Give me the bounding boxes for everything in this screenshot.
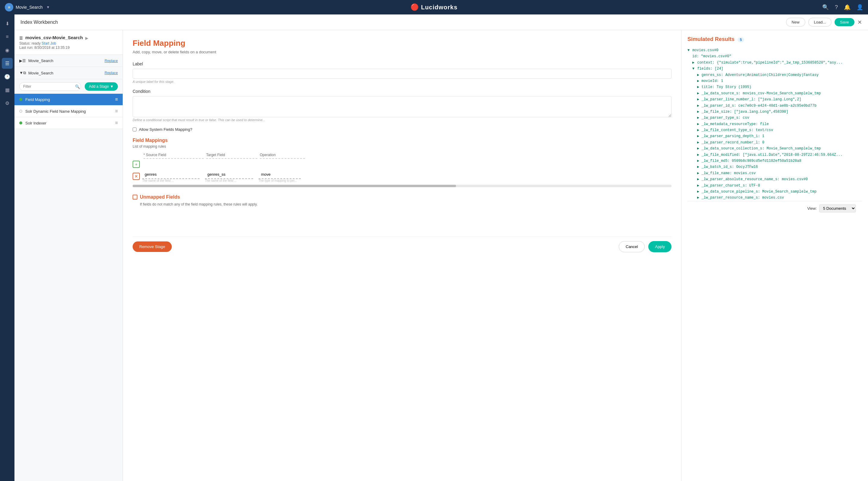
stage-menu-2[interactable]: ≡ — [115, 108, 118, 114]
stage-item-field-mapping[interactable]: Field Mapping ≡ — [14, 94, 123, 105]
remove-stage-button[interactable]: Remove Stage — [133, 242, 172, 252]
unmapped-title: Unmapped Fields — [140, 194, 180, 200]
app-title-section: ≡ Movie_Search ▼ — [5, 3, 50, 11]
close-button[interactable]: ✕ — [858, 19, 862, 26]
target-field-input[interactable] — [205, 170, 253, 179]
mapping-scrollbar[interactable] — [133, 185, 672, 187]
tree-row: ▶ _lw_file_content_type_s: text/csv — [697, 127, 862, 133]
tree-context-toggle[interactable]: ▶ — [692, 61, 694, 65]
tree-context-val: {"simulate":true,"pipelineId":"_lw_tmp_1… — [717, 61, 843, 65]
help-icon[interactable]: ? — [835, 4, 838, 10]
tree-toggle[interactable]: ▶ — [697, 159, 701, 163]
condition-textarea[interactable] — [133, 96, 672, 117]
operation-field-wrap: The type of mapping to per... — [258, 170, 304, 182]
middle-panel: Field Mapping Add, copy, move, or delete… — [123, 30, 681, 481]
tree-toggle[interactable]: ▶ — [697, 147, 701, 151]
tree-toggle[interactable]: ▶ — [697, 128, 701, 132]
tree-toggle[interactable]: ▶ — [697, 85, 701, 89]
pipeline-section-header-1: ▶☰ Movie_Search Replace — [19, 59, 118, 63]
replace-link-1[interactable]: Replace — [104, 59, 118, 63]
stage-menu-1[interactable]: ≡ — [115, 97, 118, 102]
tree-toggle[interactable]: ▶ — [697, 171, 701, 175]
tree-toggle[interactable]: ▶ — [697, 104, 701, 108]
search-icon[interactable]: 🔍 — [822, 4, 829, 10]
pipeline-section-name-2: Movie_Search — [28, 71, 53, 75]
target-field-header: Target Field — [206, 153, 257, 159]
sidebar-index[interactable]: ☰ — [2, 58, 13, 69]
tree-toggle[interactable]: ▶ — [697, 165, 701, 169]
unmapped-checkbox[interactable] — [133, 195, 137, 199]
tree-toggle[interactable]: ▶ — [697, 91, 701, 96]
stage-item-solr-dynamic[interactable]: Solr Dynamic Field Name Mapping ≡ — [14, 105, 123, 117]
operation-header: Operation — [260, 153, 305, 159]
tree-toggle[interactable]: ▶ — [697, 134, 701, 138]
sidebar-icons: ⬇ ≡ ◉ ☰ 🕐 ▦ ⚙ — [0, 14, 14, 481]
tree-toggle[interactable]: ▶ — [697, 153, 701, 157]
tree-toggle[interactable]: ▶ — [697, 140, 701, 145]
expand-arrow[interactable]: ▶ — [85, 36, 88, 40]
source-field-hint: The name of the field ... — [142, 179, 203, 182]
stages-list: Field Mapping ≡ Solr Dynamic Field Name … — [14, 94, 123, 481]
tree-row: ▶ _lw_parser_absolute_resource_name_s: m… — [697, 176, 862, 182]
add-stage-button[interactable]: Add a Stage ▼ — [85, 82, 118, 91]
panel-title: Field Mapping — [133, 39, 672, 48]
stage-item-solr-indexer[interactable]: Solr Indexer ≡ — [14, 117, 123, 129]
add-row: + — [133, 161, 672, 168]
middle-footer: Remove Stage Cancel Apply — [133, 236, 672, 256]
source-field-input[interactable] — [142, 170, 199, 179]
stage-name-1: Field Mapping — [25, 97, 115, 102]
notifications-icon[interactable]: 🔔 — [844, 4, 850, 10]
tree-id-key: id: — [692, 54, 699, 59]
tree-row: ▶ _lw_file_modified: ["java.util.Date","… — [697, 152, 862, 158]
start-job-link[interactable]: Start Job — [41, 41, 56, 45]
tree-toggle[interactable]: ▶ — [697, 177, 701, 182]
target-field-wrap: The name of the field ... — [205, 170, 256, 182]
tree-fields-container: ▶ genres_ss: Adventure|Animation|Childre… — [687, 72, 862, 201]
new-button[interactable]: New — [786, 18, 805, 27]
sidebar-home[interactable]: ⬇ — [2, 18, 13, 29]
view-select[interactable]: 5 Documents10 Documents25 Documents — [819, 204, 856, 213]
tree-toggle[interactable]: ▶ — [697, 110, 701, 114]
tree-fields-toggle[interactable]: ▼ — [692, 67, 694, 71]
tree-toggle[interactable]: ▶ — [697, 196, 701, 200]
replace-link-2[interactable]: Replace — [104, 71, 118, 75]
footer-right: Cancel Apply — [619, 241, 672, 252]
panels: ☰ movies_csv-Movie_Search ▶ Status: read… — [14, 30, 868, 481]
tree-toggle[interactable]: ▶ — [697, 122, 701, 126]
tree-toggle[interactable]: ▶ — [697, 116, 701, 120]
sidebar-clock[interactable]: 🕐 — [2, 71, 13, 82]
stage-name-2: Solr Dynamic Field Name Mapping — [25, 109, 115, 114]
sidebar-grid[interactable]: ▦ — [2, 85, 13, 95]
tree-row: ▶ _lw_metadata_resourceType: file — [697, 121, 862, 127]
right-panel: Simulated Results 5 ▼ movies.csv#0 id: "… — [681, 30, 868, 481]
pipeline-icon: ☰ — [19, 36, 23, 40]
app-dropdown-arrow[interactable]: ▼ — [46, 5, 50, 9]
stage-menu-3[interactable]: ≡ — [115, 120, 118, 126]
sidebar-search[interactable]: ◉ — [2, 44, 13, 56]
tree-row: ▶ _lw_file_md5: 0509b8c989cd5efd1102ef50… — [697, 158, 862, 164]
pipeline-name: movies_csv-Movie_Search — [25, 35, 83, 40]
add-stage-label: Add a Stage — [89, 85, 109, 89]
app-title: Movie_Search — [16, 5, 43, 10]
tree-toggle[interactable]: ▶ — [697, 190, 701, 194]
tree-toggle[interactable]: ▶ — [697, 184, 701, 188]
sidebar-settings[interactable]: ⚙ — [2, 98, 13, 108]
tree-toggle[interactable]: ▶ — [697, 97, 701, 102]
add-mapping-row-button[interactable]: + — [133, 161, 140, 168]
load-button[interactable]: Load... — [808, 18, 832, 27]
save-button[interactable]: Save — [835, 18, 855, 26]
tree-toggle[interactable]: ▶ — [697, 79, 701, 83]
tree-toggle[interactable]: ▶ — [697, 73, 701, 77]
label-input[interactable] — [133, 69, 672, 79]
filter-input[interactable] — [19, 82, 81, 91]
apply-button[interactable]: Apply — [648, 241, 672, 252]
sidebar-data[interactable]: ≡ — [2, 31, 13, 42]
operation-field-input[interactable] — [258, 170, 301, 179]
tree-toggle-root[interactable]: ▼ — [687, 48, 689, 53]
remove-mapping-row-button[interactable]: ✕ — [133, 173, 140, 180]
tree-row: ▶ _lw_parser_id_s: cec7e0c9-e424-40d1-ae… — [697, 103, 862, 109]
user-icon[interactable]: 👤 — [857, 4, 863, 10]
allow-system-fields-checkbox[interactable] — [133, 127, 136, 131]
pipeline-status: Status: ready Start Job — [19, 41, 118, 45]
cancel-button[interactable]: Cancel — [619, 241, 645, 252]
